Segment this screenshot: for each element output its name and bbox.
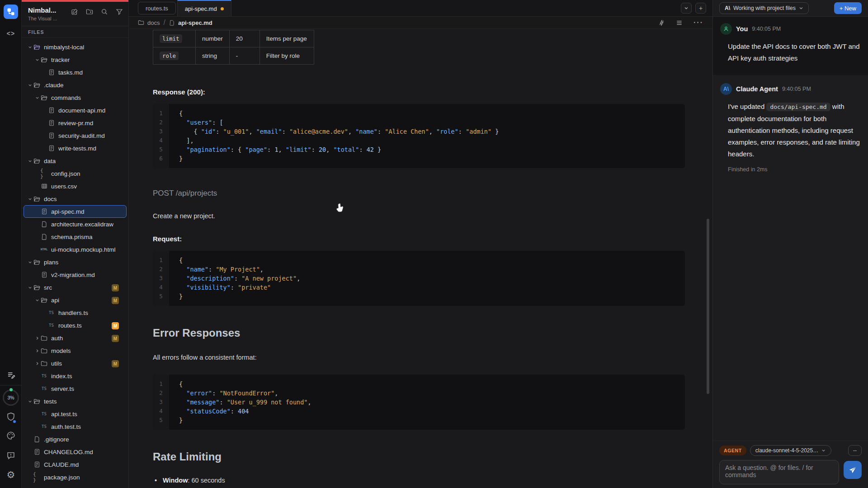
app-logo[interactable]: [4, 5, 18, 19]
agent-name: Claude Agent: [736, 85, 778, 93]
user-timestamp: 9:40:05 PM: [752, 26, 781, 32]
chat-panel: A\ Working with project files + New You …: [712, 0, 868, 488]
chat-scope-dropdown[interactable]: A\ Working with project files: [719, 2, 809, 14]
tree-row-package.json[interactable]: { }package.json: [24, 471, 127, 483]
tree-row-auth[interactable]: authM: [24, 332, 127, 344]
compose-icon[interactable]: [71, 8, 78, 17]
format-zap-icon[interactable]: [658, 19, 665, 26]
usage-ring[interactable]: 3%: [3, 389, 19, 406]
chat-input[interactable]: [719, 460, 839, 484]
tree-row-security-audit.md[interactable]: security-audit.md: [24, 129, 127, 142]
tree-row-.claude[interactable]: .claude: [24, 79, 127, 91]
tree-row-label: handlers.ts: [58, 310, 88, 316]
user-message: You 9:40:05 PM Update the API docs to co…: [713, 17, 868, 75]
tab-label: routes.ts: [146, 5, 168, 12]
code-line: 3 "message": "User u_999 not found",: [153, 398, 685, 407]
tab-api-spec.md[interactable]: api-spec.md: [177, 0, 231, 16]
tree-row-label: CLAUDE.md: [44, 461, 79, 468]
user-avatar: [720, 23, 732, 35]
code-line: 5}: [153, 292, 685, 301]
breadcrumb-folder[interactable]: docs: [147, 19, 160, 26]
tree-row-utils[interactable]: utilsM: [24, 357, 127, 370]
tree-row-index.ts[interactable]: TSindex.ts: [24, 370, 127, 382]
agent-mode-badge[interactable]: AGENT: [719, 446, 746, 455]
folder-icon: [40, 360, 48, 367]
tree-row-review-pr.md[interactable]: review-pr.md: [24, 117, 127, 129]
notes-edit-icon[interactable]: [0, 371, 22, 379]
code-view-icon[interactable]: <>: [0, 30, 22, 37]
tree-row-data[interactable]: data: [24, 155, 127, 167]
model-selector[interactable]: claude-sonnet-4-5-202509...: [750, 445, 831, 456]
tree-row-label: api.test.ts: [51, 411, 77, 418]
new-chat-button[interactable]: + New: [834, 2, 862, 14]
code-text: "name": "My Project",: [169, 265, 264, 274]
editor-pane: routes.tsapi-spec.md + docs / api-spec.m…: [129, 0, 712, 488]
tree-row-label: CHANGELOG.md: [44, 449, 93, 455]
file-sidebar: Nimbal... The Visual ... FILES nimbalyst…: [22, 0, 129, 488]
tree-row-.gitignore[interactable]: .gitignore: [24, 433, 127, 446]
tree-row-CHANGELOG.md[interactable]: CHANGELOG.md: [24, 446, 127, 458]
tree-row-tests[interactable]: tests: [24, 395, 127, 408]
error-code-block: 1{2 "error": "NotFoundError",3 "message"…: [153, 375, 685, 430]
tab-list-chevron-button[interactable]: [681, 3, 692, 14]
line-number: 2: [153, 265, 169, 274]
line-number: 1: [153, 256, 169, 265]
more-ellipsis-icon[interactable]: ···: [693, 19, 703, 27]
agent-avatar-glyph: A\: [723, 86, 729, 92]
send-button[interactable]: [844, 461, 862, 479]
code-text: ],: [169, 136, 194, 145]
breadcrumb-file[interactable]: api-spec.md: [178, 19, 212, 26]
tree-row-models[interactable]: models: [24, 344, 127, 357]
tree-row-api.test.ts[interactable]: TSapi.test.ts: [24, 408, 127, 420]
filter-icon[interactable]: [116, 8, 123, 17]
file-type-icon: [47, 107, 55, 113]
file-type-icon: TS: [47, 323, 55, 328]
code-text: {: [169, 380, 183, 389]
tree-row-commands[interactable]: commands: [24, 91, 127, 104]
file-type-icon: [40, 272, 48, 278]
tree-row-handlers.ts[interactable]: TShandlers.ts: [24, 306, 127, 319]
tree-row-tracker[interactable]: tracker: [24, 53, 127, 66]
composer-more-button[interactable]: --: [848, 445, 862, 456]
feedback-icon[interactable]: [0, 451, 22, 460]
tab-label: api-spec.md: [185, 5, 217, 12]
code-line: 5}: [153, 416, 685, 425]
tree-row-tasks.md[interactable]: tasks.md: [24, 66, 127, 79]
chat-composer: AGENT claude-sonnet-4-5-202509... --: [713, 441, 868, 488]
tree-row-docs[interactable]: docs: [24, 192, 127, 205]
editor-scrollbar-thumb[interactable]: [707, 219, 709, 394]
tree-row-nimbalyst-local[interactable]: nimbalyst-local: [24, 41, 127, 53]
gear-icon[interactable]: ⚙: [0, 470, 22, 479]
agent-timestamp: 9:40:05 PM: [782, 86, 811, 92]
tree-row-architecture.excalidraw[interactable]: architecture.excalidraw: [24, 218, 127, 230]
tree-row-CLAUDE.md[interactable]: CLAUDE.md: [24, 458, 127, 471]
tree-row-ui-mockup.mockup.html[interactable]: HTMLui-mockup.mockup.html: [24, 243, 127, 256]
tree-row-api[interactable]: apiM: [24, 294, 127, 306]
tree-row-routes.ts[interactable]: TSroutes.tsM: [24, 319, 127, 332]
tree-row-server.ts[interactable]: TSserver.ts: [24, 382, 127, 395]
file-type-icon: [47, 69, 55, 75]
shield-icon[interactable]: [0, 412, 22, 421]
search-icon[interactable]: [101, 8, 108, 17]
tab-bar: routes.tsapi-spec.md +: [129, 0, 712, 17]
recording-strip: [22, 0, 128, 2]
new-tab-button[interactable]: +: [695, 3, 706, 14]
outline-list-icon[interactable]: [676, 19, 683, 26]
tree-chevron-icon: [27, 260, 33, 264]
tree-row-v2-migration.md[interactable]: v2-migration.md: [24, 268, 127, 281]
tab-routes.ts[interactable]: routes.ts: [138, 2, 176, 14]
tree-row-write-tests.md[interactable]: write-tests.md: [24, 142, 127, 155]
tree-row-config.json[interactable]: { }config.json: [24, 167, 127, 180]
tree-row-plans[interactable]: plans: [24, 256, 127, 268]
tree-row-auth.test.ts[interactable]: TSauth.test.ts: [24, 420, 127, 433]
new-folder-icon[interactable]: [86, 8, 93, 17]
tree-chevron-icon: [34, 96, 40, 100]
tree-row-schema.prisma[interactable]: schema.prisma: [24, 230, 127, 243]
tree-row-document-api.md[interactable]: document-api.md: [24, 104, 127, 117]
tree-row-api-spec.md[interactable]: api-spec.md: [24, 205, 127, 218]
tree-row-users.csv[interactable]: users.csv: [24, 180, 127, 192]
line-number: 3: [153, 274, 169, 283]
palette-icon[interactable]: [0, 431, 22, 440]
tree-row-src[interactable]: srcM: [24, 281, 127, 294]
breadcrumb-bar: docs / api-spec.md ···: [129, 17, 712, 29]
